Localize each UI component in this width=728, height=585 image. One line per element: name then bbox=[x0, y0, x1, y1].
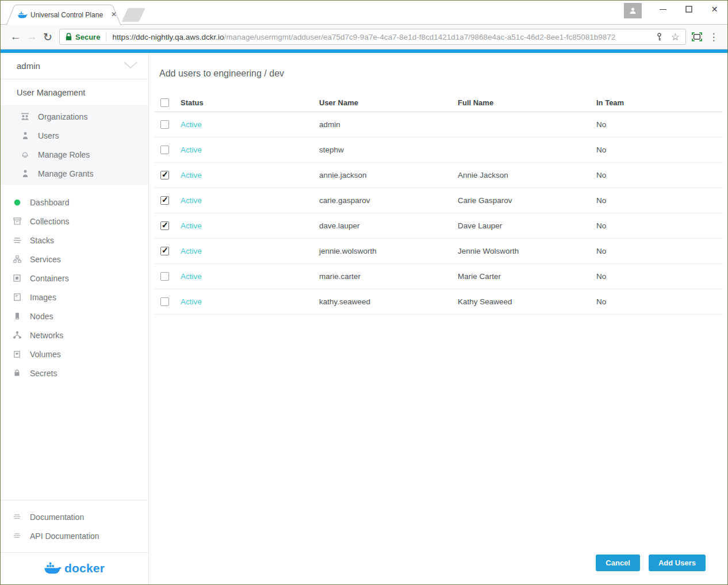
user-name-cell: kathy.seaweed bbox=[319, 297, 458, 306]
window-maximize-button[interactable] bbox=[676, 1, 702, 18]
in-team-cell: No bbox=[596, 221, 723, 230]
sidebar-submenu-item[interactable]: Manage Grants bbox=[1, 164, 148, 183]
sidebar-nav-item[interactable]: Services bbox=[1, 250, 148, 269]
sidebar-item-label: Manage Roles bbox=[38, 150, 90, 159]
table-row[interactable]: Active marie.carter Marie Carter No bbox=[155, 264, 723, 289]
reload-icon[interactable]: ↻ bbox=[40, 30, 56, 44]
table-row[interactable]: Active jennie.wolsworth Jennie Wolsworth… bbox=[155, 239, 723, 264]
password-key-icon[interactable] bbox=[656, 33, 663, 41]
sidebar-item-label: Dashboard bbox=[30, 198, 70, 207]
cancel-button[interactable]: Cancel bbox=[596, 555, 640, 571]
dashboard-icon bbox=[12, 199, 22, 206]
table-row[interactable]: Active carie.gasparov Carie Gasparov No bbox=[155, 188, 723, 213]
row-checkbox[interactable] bbox=[160, 221, 169, 230]
row-checkbox[interactable] bbox=[160, 297, 169, 306]
docker-logo: docker bbox=[1, 552, 148, 584]
row-checkbox[interactable] bbox=[160, 247, 169, 255]
status-cell: Active bbox=[181, 171, 319, 179]
tab-close-icon[interactable]: ✕ bbox=[111, 10, 117, 18]
address-bar[interactable]: Secure https://ddc-nightly.qa.aws.dckr.i… bbox=[59, 29, 686, 45]
services-icon bbox=[12, 255, 22, 263]
sidebar-footer: Documentation API Documentation docker bbox=[1, 500, 148, 584]
select-all-checkbox[interactable] bbox=[160, 98, 169, 107]
sidebar-nav-item[interactable]: Networks bbox=[1, 326, 148, 345]
sidebar-footer-link[interactable]: Documentation bbox=[1, 507, 148, 526]
table-header-row: Status User Name Full Name In Team bbox=[155, 93, 723, 112]
table-row[interactable]: Active stephw No bbox=[155, 137, 723, 163]
status-cell: Active bbox=[181, 120, 319, 129]
sidebar-item-label: API Documentation bbox=[30, 532, 99, 541]
full-name-cell: Kathy Seaweed bbox=[458, 297, 596, 306]
sidebar-submenu-item[interactable]: Manage Roles bbox=[1, 145, 148, 164]
column-header-status: Status bbox=[181, 98, 319, 107]
sidebar-item-label: Users bbox=[38, 131, 59, 140]
maximize-icon bbox=[685, 6, 692, 13]
user-management-submenu: Organizations Users Manage Roles Manage … bbox=[1, 105, 148, 185]
back-icon[interactable]: ← bbox=[7, 30, 24, 43]
user-name-cell: dave.lauper bbox=[319, 221, 458, 230]
user-name-cell: jennie.wolsworth bbox=[319, 247, 458, 255]
browser-profile-button[interactable] bbox=[624, 3, 642, 18]
sidebar-nav-item[interactable]: Collections bbox=[1, 212, 148, 231]
sidebar-item-label: Collections bbox=[30, 217, 69, 226]
table-row[interactable]: Active kathy.seaweed Kathy Seaweed No bbox=[155, 289, 723, 315]
new-tab-button[interactable] bbox=[121, 8, 145, 22]
sidebar-item-label: Volumes bbox=[30, 350, 61, 359]
status-cell: Active bbox=[181, 297, 319, 306]
sidebar-item-label: Networks bbox=[30, 331, 63, 340]
sidebar-footer-link[interactable]: API Documentation bbox=[1, 526, 148, 545]
window-minimize-button[interactable] bbox=[650, 1, 676, 18]
browser-menu-icon[interactable]: ⋮ bbox=[707, 31, 721, 43]
user-name-cell: stephw bbox=[319, 146, 458, 154]
in-team-cell: No bbox=[596, 146, 723, 154]
roles-icon bbox=[20, 151, 30, 158]
row-checkbox[interactable] bbox=[160, 171, 169, 179]
sidebar-nav-item[interactable]: Stacks bbox=[1, 231, 148, 250]
secure-label: Secure bbox=[75, 33, 100, 41]
sidebar-nav-item[interactable]: Secrets bbox=[1, 364, 148, 383]
window-close-button[interactable]: ✕ bbox=[702, 1, 727, 18]
page-title: Add users to engineering / dev bbox=[159, 68, 723, 79]
bookmark-star-icon[interactable]: ☆ bbox=[671, 32, 680, 42]
table-row[interactable]: Active dave.lauper Dave Lauper No bbox=[155, 213, 723, 239]
column-header-full-name: Full Name bbox=[458, 98, 596, 107]
url-text[interactable]: https://ddc-nightly.qa.aws.dckr.io/manag… bbox=[112, 33, 650, 41]
sidebar-nav-item[interactable]: Images bbox=[1, 288, 148, 307]
secure-lock-icon bbox=[66, 33, 72, 41]
docker-wordmark: docker bbox=[64, 561, 105, 575]
in-team-cell: No bbox=[596, 171, 723, 179]
form-actions: Cancel Add Users bbox=[596, 555, 706, 571]
users-table: Status User Name Full Name In Team Activ… bbox=[155, 93, 723, 315]
account-dropdown[interactable]: admin bbox=[1, 53, 148, 79]
browser-titlebar: Universal Control Plane ✕ ✕ bbox=[1, 1, 727, 25]
row-checkbox[interactable] bbox=[160, 272, 169, 281]
browser-tab[interactable]: Universal Control Plane ✕ bbox=[6, 5, 121, 25]
sidebar-nav-item[interactable]: Volumes bbox=[1, 345, 148, 364]
screenshot-extension-icon[interactable] bbox=[692, 32, 702, 41]
browser-toolbar: ← → ↻ Secure https://ddc-nightly.qa.aws.… bbox=[1, 25, 727, 49]
table-row[interactable]: Active admin No bbox=[155, 112, 723, 137]
row-checkbox[interactable] bbox=[160, 120, 169, 129]
sidebar: admin User Management Organizations User… bbox=[1, 53, 149, 584]
sidebar-submenu-item[interactable]: Users bbox=[1, 126, 148, 145]
user-name-cell: carie.gasparov bbox=[319, 196, 458, 205]
sidebar-submenu-item[interactable]: Organizations bbox=[1, 107, 148, 126]
status-cell: Active bbox=[181, 221, 319, 230]
row-checkbox[interactable] bbox=[160, 146, 169, 154]
doc-icon bbox=[12, 514, 22, 519]
account-name: admin bbox=[17, 61, 40, 71]
sidebar-footer-links: Documentation API Documentation bbox=[1, 500, 148, 552]
containers-icon bbox=[12, 274, 22, 282]
add-users-button[interactable]: Add Users bbox=[649, 555, 706, 571]
sidebar-nav-item[interactable]: Nodes bbox=[1, 307, 148, 326]
status-cell: Active bbox=[181, 146, 319, 154]
status-cell: Active bbox=[181, 247, 319, 255]
row-checkbox[interactable] bbox=[160, 196, 169, 205]
sidebar-nav-item[interactable]: Containers bbox=[1, 269, 148, 288]
sidebar-item-label: Nodes bbox=[30, 312, 53, 321]
nodes-icon bbox=[12, 312, 22, 320]
sidebar-item-label: Secrets bbox=[30, 369, 57, 378]
table-row[interactable]: Active annie.jackson Annie Jackson No bbox=[155, 163, 723, 188]
omnibox-divider bbox=[106, 32, 106, 41]
sidebar-nav-item[interactable]: Dashboard bbox=[1, 193, 148, 212]
